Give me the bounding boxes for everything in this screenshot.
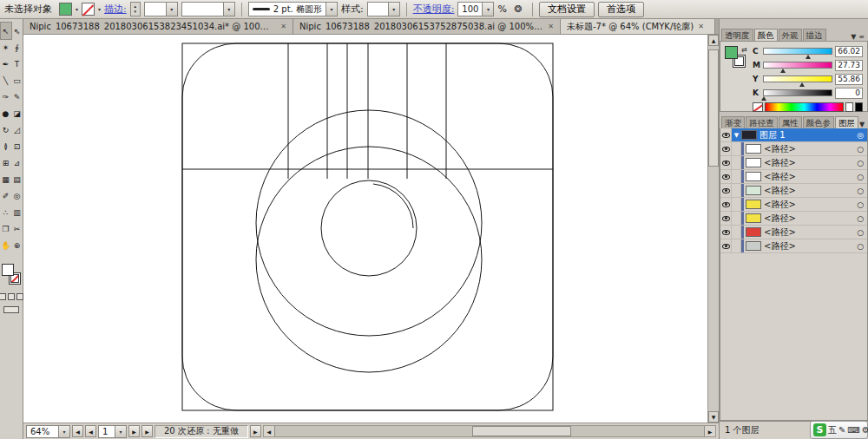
target-icon[interactable]: ○: [857, 145, 864, 154]
perspective-grid-tool[interactable]: ⊿: [12, 154, 23, 171]
tab-attributes[interactable]: 属性: [779, 116, 802, 128]
horizontal-scroll-thumb[interactable]: [472, 426, 571, 436]
preferences-button[interactable]: 首选项: [598, 2, 644, 17]
path-row-7[interactable]: <路径> ○: [720, 226, 867, 239]
selection-tool[interactable]: ↖: [1, 23, 11, 39]
tab-stroke[interactable]: 描边: [803, 29, 826, 41]
pen-tool[interactable]: ✒: [1, 56, 11, 72]
style-select[interactable]: ▾: [367, 2, 400, 16]
keyboard-icon[interactable]: ⌨: [847, 425, 859, 435]
free-transform-tool[interactable]: ⊡: [12, 138, 23, 154]
path-name[interactable]: <路径>: [764, 199, 853, 211]
lock-toggle[interactable]: [732, 226, 741, 239]
path-row-3[interactable]: <路径> ○: [720, 170, 867, 184]
rectangle-tool[interactable]: ▭: [12, 72, 23, 88]
tab-layers[interactable]: 图层: [835, 116, 858, 128]
fill-swatch[interactable]: [2, 264, 14, 276]
stroke-swatch-chevron-icon[interactable]: ▾: [98, 6, 101, 12]
eraser-tool[interactable]: ◪: [12, 105, 23, 121]
visibility-toggle[interactable]: [720, 198, 732, 211]
lock-toggle[interactable]: [732, 212, 741, 225]
zoom-select[interactable]: 64% ▾: [26, 425, 70, 438]
chevron-down-icon[interactable]: ▾: [326, 3, 337, 16]
collapse-panel-icon[interactable]: ▼: [859, 121, 865, 128]
visibility-toggle[interactable]: [720, 170, 732, 183]
channel-slider[interactable]: [763, 48, 832, 55]
visibility-toggle[interactable]: [720, 142, 732, 155]
draw-normal-button[interactable]: [0, 293, 6, 300]
stepper-down-icon[interactable]: ▾: [134, 10, 136, 14]
width-tool[interactable]: ≬: [1, 138, 11, 154]
handwriting-pen-icon[interactable]: ✎: [838, 425, 845, 435]
zoom-tool[interactable]: ⊕: [12, 237, 23, 253]
tab-gradient[interactable]: 渐变: [721, 116, 745, 128]
target-icon[interactable]: ○: [857, 187, 864, 195]
close-icon[interactable]: ✕: [548, 23, 554, 30]
previous-page-button[interactable]: ◀: [85, 425, 96, 437]
none-color-swatch[interactable]: [753, 102, 763, 112]
stroke-link[interactable]: 描边:: [104, 3, 127, 16]
swap-fill-stroke-icon[interactable]: ⇄: [741, 46, 747, 54]
panel-menu-icon[interactable]: ≡: [858, 33, 865, 41]
channel-value[interactable]: 27.73: [835, 60, 863, 71]
lock-toggle[interactable]: [732, 239, 741, 252]
target-icon[interactable]: ○: [857, 159, 864, 167]
rotate-tool[interactable]: ↻: [1, 121, 11, 138]
target-icon[interactable]: ◎: [857, 131, 864, 140]
visibility-toggle[interactable]: [720, 212, 732, 225]
paintbrush-tool[interactable]: ✑: [1, 88, 11, 105]
page-select[interactable]: 1 ▾: [98, 425, 127, 438]
target-icon[interactable]: ○: [857, 214, 864, 223]
column-graph-tool[interactable]: ▥: [12, 204, 23, 220]
magic-wand-tool[interactable]: ✶: [1, 39, 11, 56]
lasso-tool[interactable]: ∮: [12, 39, 23, 56]
horizontal-scroll-track[interactable]: [275, 426, 704, 436]
tab-appearance[interactable]: 外观: [779, 29, 802, 41]
close-icon[interactable]: ✕: [698, 23, 704, 30]
target-icon[interactable]: ○: [857, 173, 864, 181]
color-spectrum-bar[interactable]: [765, 102, 844, 112]
tab-pathfinder[interactable]: 路径查: [746, 116, 778, 128]
slider-thumb[interactable]: [806, 55, 811, 59]
path-row-5[interactable]: <路径> ○: [720, 198, 867, 212]
document-tab-2[interactable]: Nipic_10673188_20180306153752875038.ai @…: [293, 19, 561, 34]
path-name[interactable]: <路径>: [764, 226, 853, 239]
path-name[interactable]: <路径>: [764, 185, 853, 197]
path-row-1[interactable]: <路径> ○: [720, 142, 867, 156]
fill-swatch-chevron-icon[interactable]: ▾: [76, 6, 78, 12]
canvas[interactable]: ▲ ▼: [23, 35, 719, 423]
path-row-8[interactable]: <路径> ○: [720, 239, 867, 253]
type-tool[interactable]: T: [12, 56, 23, 72]
slider-thumb[interactable]: [761, 96, 766, 101]
scroll-up-button[interactable]: ▲: [708, 35, 719, 46]
pencil-tool[interactable]: ✎: [12, 88, 23, 105]
fill-swatch[interactable]: [725, 46, 738, 59]
tab-transparency[interactable]: 透明度: [721, 29, 753, 41]
chevron-down-icon[interactable]: ▾: [115, 426, 126, 437]
vertical-scrollbar[interactable]: ▲ ▼: [707, 35, 719, 423]
blob-brush-tool[interactable]: ●: [1, 105, 11, 121]
draw-inside-button[interactable]: [16, 293, 23, 300]
chevron-down-icon[interactable]: ▾: [58, 426, 69, 437]
tab-color[interactable]: 颜色: [754, 29, 778, 41]
screen-mode-button[interactable]: [3, 306, 19, 313]
lock-toggle[interactable]: [732, 170, 741, 183]
scroll-left-button[interactable]: ◀: [264, 426, 275, 436]
channel-slider[interactable]: [763, 75, 832, 82]
chevron-down-icon[interactable]: ▾: [166, 3, 177, 16]
brush-definition-select[interactable]: ▾: [181, 2, 235, 16]
opacity-input[interactable]: 100▾: [457, 2, 494, 16]
line-segment-tool[interactable]: ╲: [1, 72, 11, 88]
document-setup-button[interactable]: 文档设置: [539, 2, 595, 17]
hand-tool[interactable]: ✋: [1, 237, 11, 253]
status-display[interactable]: 20 次还原：无重做: [155, 425, 248, 438]
sogou-logo-icon[interactable]: S: [813, 423, 826, 436]
fill-color-swatch[interactable]: [59, 3, 72, 16]
lock-toggle[interactable]: [732, 142, 741, 155]
ime-mode-toggle[interactable]: 五: [828, 424, 837, 436]
symbol-sprayer-tool[interactable]: ∴: [1, 204, 11, 220]
white-swatch[interactable]: [845, 102, 853, 112]
slider-thumb[interactable]: [780, 69, 786, 73]
lock-toggle[interactable]: [732, 198, 741, 211]
mesh-tool[interactable]: ▦: [1, 171, 11, 187]
